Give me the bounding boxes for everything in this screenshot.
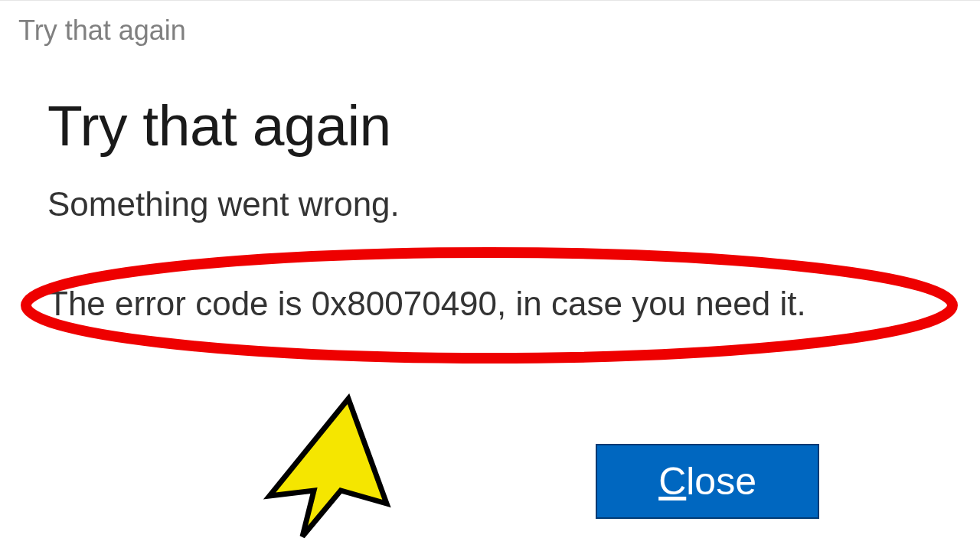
dialog-button-row: Close bbox=[596, 444, 819, 519]
window-title: Try that again bbox=[18, 15, 980, 47]
svg-marker-1 bbox=[270, 399, 387, 536]
dialog-content: Try that again Something went wrong. The… bbox=[0, 47, 980, 323]
error-code-line: The error code is 0x80070490, in case yo… bbox=[47, 285, 806, 323]
cursor-arrow-annotation bbox=[260, 393, 398, 542]
error-code-text: The error code is 0x80070490, in case yo… bbox=[47, 285, 806, 323]
titlebar: Try that again bbox=[0, 1, 980, 47]
close-button-rest: lose bbox=[686, 460, 756, 503]
dialog-subtext: Something went wrong. bbox=[47, 185, 980, 223]
close-button-accesskey: C bbox=[658, 460, 686, 503]
close-button[interactable]: Close bbox=[596, 444, 819, 519]
dialog-heading: Try that again bbox=[47, 93, 980, 158]
